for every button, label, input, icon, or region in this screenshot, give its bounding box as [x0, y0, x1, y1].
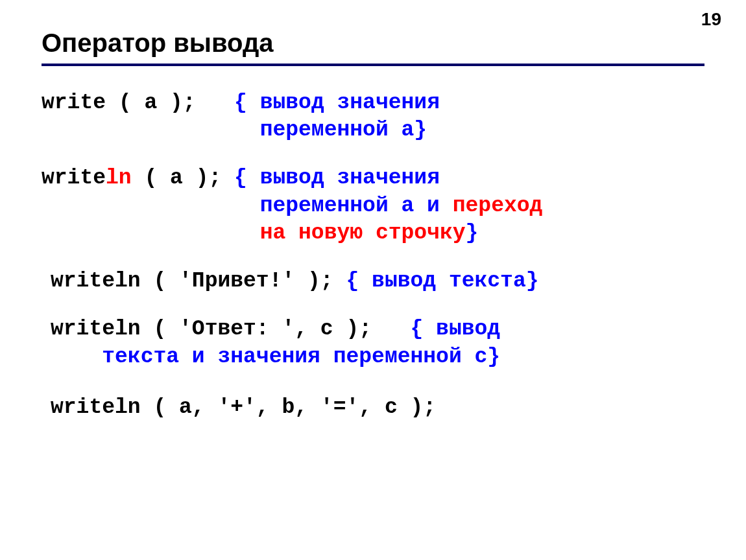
comment-text: }: [466, 221, 479, 245]
comment-text: переменной a и: [260, 194, 453, 218]
keyword-write: write: [42, 166, 106, 190]
comment-text: { вывод значения: [234, 91, 440, 115]
comment-text: { вывод текста}: [346, 269, 538, 293]
comment-text: переменной a}: [260, 118, 427, 142]
comment-highlight: на новую строчку: [260, 221, 466, 245]
code-text: ( a );: [106, 91, 234, 115]
code-text: writeln ( a, '+', b, '=', c );: [51, 395, 436, 419]
code-block-1: write ( a ); { вывод значения переменной…: [42, 89, 716, 144]
page-number: 19: [701, 9, 721, 30]
indent: [42, 118, 260, 142]
slide-page: 19 Оператор вывода write ( a ); { вывод …: [0, 0, 746, 560]
indent: [42, 194, 260, 218]
indent: [51, 345, 102, 369]
code-block-5: writeln ( a, '+', b, '=', c );: [42, 394, 716, 421]
comment-text: текста и значения переменной c}: [102, 345, 500, 369]
code-text: writeln ( 'Ответ: ', c );: [51, 317, 411, 341]
comment-text: { вывод: [411, 317, 501, 341]
code-block-2: writeln ( a ); { вывод значения переменн…: [42, 165, 716, 247]
keyword-write: write: [42, 91, 106, 115]
comment-text: { вывод значения: [234, 166, 440, 190]
code-block-4: writeln ( 'Ответ: ', c ); { вывод текста…: [42, 316, 716, 370]
comment-highlight: переход: [453, 194, 543, 218]
code-text: ( a );: [132, 166, 234, 190]
indent: [42, 221, 260, 245]
code-block-3: writeln ( 'Привет!' ); { вывод текста}: [42, 268, 716, 295]
keyword-ln: ln: [106, 166, 132, 190]
code-content: write ( a ); { вывод значения переменной…: [42, 84, 716, 421]
heading-underline: [42, 64, 704, 66]
code-text: writeln ( 'Привет!' );: [51, 269, 346, 293]
slide-title: Оператор вывода: [42, 29, 274, 58]
